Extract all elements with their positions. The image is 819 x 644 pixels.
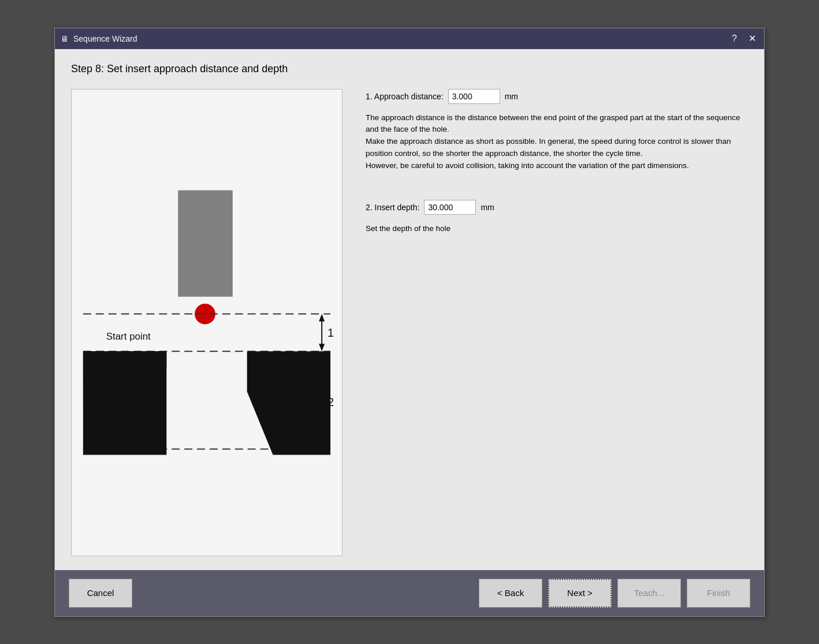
insert-description: Set the depth of the hole xyxy=(366,223,748,235)
title-bar: 🖥 Sequence Wizard ? ✕ xyxy=(55,28,764,49)
diagram-panel: 1 2 Start point xyxy=(71,89,343,556)
approach-unit: mm xyxy=(505,92,518,101)
teach-button[interactable]: Teach... xyxy=(617,579,681,608)
right-panel: 1. Approach distance: mm The approach di… xyxy=(366,89,748,556)
approach-distance-row: 1. Approach distance: mm xyxy=(366,89,748,104)
approach-description: The approach distance is the distance be… xyxy=(366,112,748,173)
window-title: Sequence Wizard xyxy=(73,34,137,43)
insert-input[interactable] xyxy=(424,200,476,215)
back-button[interactable]: < Back xyxy=(479,579,542,608)
section-gap xyxy=(366,180,748,192)
title-bar-controls: ? ✕ xyxy=(729,34,758,43)
title-bar-left: 🖥 Sequence Wizard xyxy=(61,34,137,43)
footer: Cancel < Back Next > Teach... Finish xyxy=(55,570,764,616)
diagram-svg: 1 2 Start point xyxy=(72,90,342,556)
approach-input[interactable] xyxy=(448,89,500,104)
footer-left: Cancel xyxy=(69,579,479,608)
main-content: 1 2 Start point 1. Approach distance: xyxy=(71,89,748,556)
window-icon: 🖥 xyxy=(61,34,69,43)
svg-text:1: 1 xyxy=(327,326,334,339)
svg-text:Start point: Start point xyxy=(106,331,151,342)
wizard-window: 🖥 Sequence Wizard ? ✕ Step 8: Set insert… xyxy=(54,28,765,617)
cancel-button[interactable]: Cancel xyxy=(69,579,132,608)
close-button[interactable]: ✕ xyxy=(746,34,758,43)
step-title: Step 8: Set insert approach distance and… xyxy=(71,63,748,75)
svg-rect-1 xyxy=(178,190,233,296)
next-button[interactable]: Next > xyxy=(548,579,612,608)
finish-button[interactable]: Finish xyxy=(687,579,750,608)
footer-right: < Back Next > Teach... Finish xyxy=(479,579,750,608)
insert-depth-row: 2. Insert depth: mm xyxy=(366,200,748,215)
svg-text:2: 2 xyxy=(327,395,334,408)
content-area: Step 8: Set insert approach distance and… xyxy=(55,49,764,570)
help-button[interactable]: ? xyxy=(729,34,739,43)
approach-label: 1. Approach distance: xyxy=(366,92,444,101)
insert-label: 2. Insert depth: xyxy=(366,203,419,212)
insert-unit: mm xyxy=(481,203,494,212)
